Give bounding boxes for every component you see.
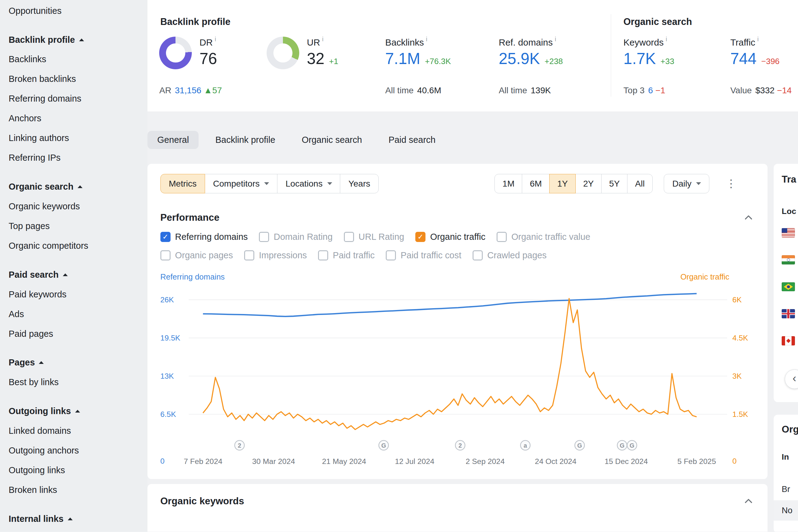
- years-button[interactable]: Years: [340, 174, 379, 193]
- ar-value[interactable]: 31,156: [175, 86, 201, 95]
- axis-tick-label: 0: [160, 457, 165, 466]
- sidebar-section-pages[interactable]: Pages: [8, 353, 148, 373]
- us-flag-icon[interactable]: [782, 228, 795, 238]
- dr-donut-chart: [159, 37, 192, 69]
- checkbox-domain-rating[interactable]: Domain Rating: [259, 232, 332, 242]
- google-update-marker[interactable]: 2: [455, 440, 465, 450]
- checkbox-crawled-pages[interactable]: Crawled pages: [473, 250, 547, 261]
- chart-plot-area[interactable]: 2G2aGGG: [189, 284, 727, 453]
- sidebar-item-broken-backlinks[interactable]: Broken backlinks: [8, 69, 148, 89]
- location-column-header: Loc: [782, 207, 798, 216]
- checkbox-paid-traffic[interactable]: Paid traffic: [318, 250, 375, 261]
- competitors-button[interactable]: Competitors: [205, 174, 278, 193]
- range-all-button[interactable]: All: [627, 174, 653, 193]
- sidebar-section-internal-links[interactable]: Internal links: [8, 509, 148, 529]
- checkbox-url-rating[interactable]: URL Rating: [344, 232, 404, 242]
- range-2y-button[interactable]: 2Y: [575, 174, 602, 193]
- tab-paid-search[interactable]: Paid search: [379, 131, 445, 149]
- sidebar-item-organic-keywords[interactable]: Organic keywords: [8, 197, 148, 216]
- locations-button[interactable]: Locations: [277, 174, 341, 193]
- collapse-performance-button[interactable]: [743, 212, 755, 224]
- info-icon[interactable]: i: [757, 36, 759, 42]
- google-update-marker[interactable]: a: [520, 440, 530, 450]
- sidebar-item-ads[interactable]: Ads: [8, 304, 148, 324]
- sidebar-section-paid-search[interactable]: Paid search: [8, 265, 148, 284]
- sidebar-item-best-by-links[interactable]: Best by links: [8, 373, 148, 392]
- checkbox-organic-pages[interactable]: Organic pages: [160, 250, 233, 261]
- sidebar-item-linking-authors[interactable]: Linking authors: [8, 128, 148, 148]
- sidebar-section-outgoing-links[interactable]: Outgoing links: [8, 401, 148, 421]
- brazil-flag-icon[interactable]: [782, 282, 795, 291]
- metrics-button[interactable]: Metrics: [160, 174, 205, 193]
- sidebar-section-backlink-profile[interactable]: Backlink profile: [8, 30, 148, 50]
- chevron-up-icon: [68, 517, 73, 520]
- range-6m-button[interactable]: 6M: [522, 174, 550, 193]
- canada-flag-icon[interactable]: [782, 336, 795, 345]
- sidebar-item-paid-keywords[interactable]: Paid keywords: [8, 284, 148, 304]
- checkbox-box: [160, 250, 171, 261]
- checkbox-referring-domains[interactable]: Referring domains: [160, 232, 248, 242]
- traffic-value[interactable]: 744: [730, 50, 757, 68]
- sidebar-item-outgoing-links[interactable]: Outgoing links: [8, 460, 148, 480]
- keywords-stat: Keywordsi 1.7K+33: [624, 37, 674, 68]
- chevron-up-icon: [744, 498, 753, 504]
- sidebar-item-broken-links[interactable]: Broken links: [8, 480, 148, 500]
- checkbox-organic-traffic[interactable]: Organic traffic: [415, 232, 485, 242]
- google-update-marker[interactable]: G: [379, 440, 388, 450]
- sidebar-item-anchors[interactable]: Anchors: [8, 109, 148, 128]
- sidebar-item-opportunities[interactable]: Opportunities: [8, 1, 148, 21]
- checkbox-box: [318, 250, 328, 261]
- sidebar-item-linked-domains[interactable]: Linked domains: [8, 421, 148, 440]
- ur-delta: +1: [329, 57, 338, 66]
- google-update-marker[interactable]: G: [575, 440, 584, 450]
- performance-chart[interactable]: 26K19.5K13K6.5K0 2G2aGGG 6K4.5K3K1.5K0 7…: [160, 284, 755, 474]
- tab-backlink-profile[interactable]: Backlink profile: [206, 131, 285, 149]
- sidebar-item-paid-pages[interactable]: Paid pages: [8, 324, 148, 344]
- chevron-down-icon: [327, 182, 332, 185]
- backlinks-delta: +76.3K: [425, 57, 451, 66]
- backlinks-label: Backlinksi: [385, 37, 451, 48]
- info-icon[interactable]: i: [666, 36, 667, 42]
- checkbox-label: Referring domains: [175, 232, 248, 242]
- tab-organic-search[interactable]: Organic search: [292, 131, 372, 149]
- sidebar-item-referring-ips[interactable]: Referring IPs: [8, 148, 148, 168]
- keywords-value[interactable]: 1.7K: [624, 50, 656, 68]
- sidebar-item-outgoing-anchors[interactable]: Outgoing anchors: [8, 440, 148, 460]
- uk-flag-icon[interactable]: [782, 309, 795, 318]
- backlinks-value[interactable]: 7.1M: [385, 50, 420, 68]
- svg-text:G: G: [630, 442, 634, 449]
- google-update-marker[interactable]: 2: [234, 440, 244, 450]
- ref-domains-alltime-row: All time139K: [499, 86, 551, 95]
- range-5y-button[interactable]: 5Y: [601, 174, 628, 193]
- collapse-keywords-button[interactable]: [743, 495, 755, 507]
- sidebar-item-backlinks[interactable]: Backlinks: [8, 50, 148, 69]
- sidebar-item-referring-domains[interactable]: Referring domains: [8, 89, 148, 109]
- sidebar-item-top-pages[interactable]: Top pages: [8, 216, 148, 236]
- range-1y-button[interactable]: 1Y: [549, 174, 576, 193]
- sidebar: Opportunities Backlink profile Backlinks…: [0, 0, 148, 532]
- dr-label: DRi: [200, 37, 217, 48]
- x-axis-date-label: 7 Feb 2024: [184, 457, 222, 466]
- info-icon[interactable]: i: [322, 36, 323, 42]
- checkbox-impressions[interactable]: Impressions: [244, 250, 307, 261]
- sidebar-item-organic-competitors[interactable]: Organic competitors: [8, 236, 148, 255]
- granularity-button[interactable]: Daily: [664, 174, 709, 193]
- sidebar-section-organic-search[interactable]: Organic search: [8, 177, 148, 197]
- range-1m-button[interactable]: 1M: [494, 174, 522, 193]
- organic-card-subheader: In: [782, 452, 798, 462]
- info-icon[interactable]: i: [215, 36, 216, 42]
- checkbox-organic-traffic-value[interactable]: Organic traffic value: [497, 232, 590, 242]
- kebab-menu-icon[interactable]: ⋮: [724, 176, 739, 191]
- info-icon[interactable]: i: [426, 36, 427, 42]
- checkbox-box: [386, 250, 396, 261]
- google-update-marker[interactable]: G: [627, 440, 637, 450]
- top3-value[interactable]: 6: [648, 86, 653, 95]
- india-flag-icon[interactable]: [782, 255, 795, 264]
- ref-domains-value[interactable]: 25.9K: [499, 50, 540, 68]
- google-update-marker[interactable]: G: [617, 440, 627, 450]
- info-icon[interactable]: i: [555, 36, 556, 42]
- alltime-label: All time: [385, 86, 414, 95]
- tab-general[interactable]: General: [148, 131, 198, 149]
- dr-value: 76: [200, 50, 217, 68]
- checkbox-paid-traffic-cost[interactable]: Paid traffic cost: [386, 250, 461, 261]
